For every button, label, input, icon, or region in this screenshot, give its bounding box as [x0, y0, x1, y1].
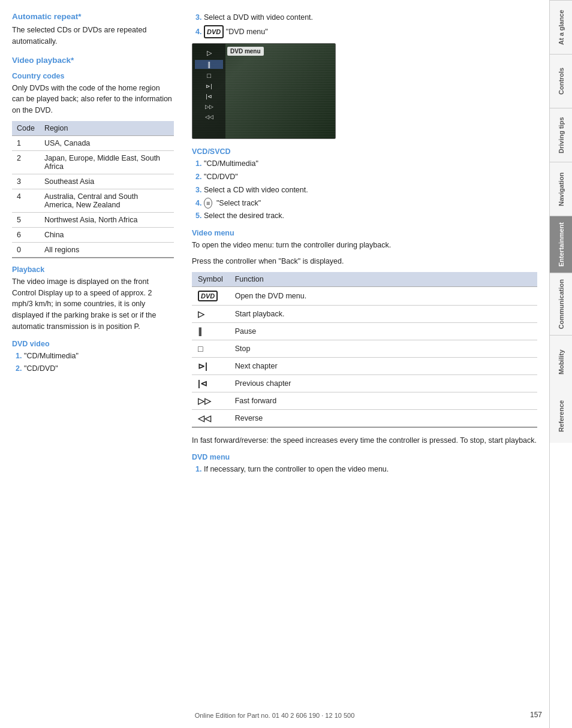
symbol-cell: ▷	[192, 305, 229, 322]
function-cell: Next chapter	[229, 357, 537, 374]
table-row: ◁◁Reverse	[192, 409, 537, 427]
country-codes-table: Code Region 1USA, Canada2Japan, Europe, …	[12, 121, 174, 258]
region-cell: Southeast Asia	[40, 174, 174, 189]
list-item: Select a CD with video content.	[204, 185, 537, 196]
list-item: DVD "DVD menu"	[204, 25, 537, 39]
dvd-menu-heading: DVD menu	[192, 453, 537, 461]
list-item: Select the desired track.	[204, 210, 537, 222]
table-row: ▷▷Fast forward	[192, 392, 537, 409]
symbol-cell: ▷▷	[192, 392, 229, 409]
dvd-video-steps-cont: Select a DVD with video content.DVD "DVD…	[192, 12, 537, 38]
table-row: 3Southeast Asia	[12, 174, 174, 189]
table-row: 1USA, Canada	[12, 135, 174, 150]
country-codes-description: Only DVDs with the code of the home regi…	[12, 83, 174, 116]
table-row: ‖Pause	[192, 322, 537, 340]
page-wrapper: Automatic repeat* The selected CDs or DV…	[0, 0, 572, 728]
menu-icon-pause: ‖	[195, 60, 223, 69]
automatic-repeat-text: The selected CDs or DVDs are repeated au…	[12, 25, 174, 47]
menu-icon-ff: ▷▷	[195, 103, 223, 111]
list-item: "CD/Multimedia"	[204, 158, 537, 170]
sidebar-tab-communication[interactable]: Communication	[550, 273, 572, 335]
table-row: DVDOpen the DVD menu.	[192, 286, 537, 305]
function-cell: Reverse	[229, 409, 537, 427]
footer-text: Online Edition for Part no. 01 40 2 606 …	[195, 712, 355, 719]
footer: Online Edition for Part no. 01 40 2 606 …	[0, 712, 549, 719]
menu-icon-play: ▷	[195, 49, 223, 58]
menu-icon-rev: ◁◁	[195, 113, 223, 121]
fast-forward-note: In fast forward/reverse: the speed incre…	[192, 435, 537, 446]
sidebar-tab-driving-tips[interactable]: Driving tips	[550, 108, 572, 162]
sidebar-tab-navigation[interactable]: Navigation	[550, 162, 572, 216]
table-row: 4Australia, Central and South America, N…	[12, 189, 174, 212]
code-cell: 1	[12, 135, 40, 150]
video-menu-table: Symbol Function DVDOpen the DVD menu.▷St…	[192, 272, 537, 428]
video-menu-desc1: To open the video menu: turn the control…	[192, 240, 537, 251]
function-cell: Fast forward	[229, 392, 537, 409]
list-item: "CD/Multimedia"	[24, 351, 174, 362]
function-cell: Stop	[229, 340, 537, 357]
code-cell: 6	[12, 227, 40, 242]
function-cell: Pause	[229, 322, 537, 340]
code-cell: 0	[12, 242, 40, 258]
sidebar-tab-entertainment[interactable]: Entertainment	[550, 216, 572, 273]
menu-icon-stop: □	[195, 71, 223, 80]
col-header-code: Code	[12, 121, 40, 136]
sidebar-tab-mobility[interactable]: Mobility	[550, 335, 572, 389]
region-cell: All regions	[40, 242, 174, 258]
dvd-menu-image: ▷ ‖ □ ⊳| |⊲ ▷▷ ◁◁ DVD menu	[192, 43, 336, 139]
dvd-video-steps: "CD/Multimedia""CD/DVD"	[12, 351, 174, 375]
playback-heading: Playback	[12, 265, 174, 274]
menu-left-panel: ▷ ‖ □ ⊳| |⊲ ▷▷ ◁◁	[192, 44, 225, 138]
country-codes-heading: Country codes	[12, 72, 174, 80]
function-cell: Start playback.	[229, 305, 537, 322]
symbol-cell: ⊳|	[192, 357, 229, 374]
list-item: "CD/DVD"	[204, 171, 537, 183]
right-column: Select a DVD with video content.DVD "DVD…	[186, 12, 537, 710]
table-row: |⊲Previous chapter	[192, 374, 537, 392]
vcd-svcd-steps: "CD/Multimedia""CD/DVD"Select a CD with …	[192, 158, 537, 222]
col-header-region: Region	[40, 121, 174, 136]
sidebar-tab-reference[interactable]: Reference	[550, 389, 572, 443]
table-row: 2Japan, Europe, Middle East, South Afric…	[12, 150, 174, 174]
symbol-cell: □	[192, 340, 229, 357]
region-cell: Japan, Europe, Middle East, South Africa	[40, 150, 174, 174]
col-header-function: Function	[229, 272, 537, 287]
dvd-video-heading: DVD video	[12, 340, 174, 348]
video-menu-heading: Video menu	[192, 229, 537, 237]
menu-icon-next: ⊳|	[195, 83, 223, 90]
region-cell: USA, Canada	[40, 135, 174, 150]
region-cell: Northwest Asia, North Africa	[40, 212, 174, 227]
playback-text: The video image is displayed on the fron…	[12, 276, 174, 333]
code-cell: 4	[12, 189, 40, 212]
video-menu-desc2: Press the controller when "Back" is disp…	[192, 256, 537, 267]
symbol-cell: |⊲	[192, 374, 229, 392]
left-column: Automatic repeat* The selected CDs or DV…	[12, 12, 186, 710]
region-cell: China	[40, 227, 174, 242]
list-item: Select a DVD with video content.	[204, 12, 537, 23]
symbol-cell: ‖	[192, 322, 229, 340]
list-item: ≡ "Select track"	[204, 198, 537, 209]
table-row: □Stop	[192, 340, 537, 357]
function-cell: Previous chapter	[229, 374, 537, 392]
list-item: "CD/DVD"	[24, 363, 174, 374]
function-cell: Open the DVD menu.	[229, 286, 537, 305]
table-row: ▷Start playback.	[192, 305, 537, 322]
main-content: Automatic repeat* The selected CDs or DV…	[0, 0, 549, 728]
menu-icon-prev: |⊲	[195, 93, 223, 101]
symbol-cell: ◁◁	[192, 409, 229, 427]
video-playback-heading: Video playback*	[12, 56, 174, 65]
code-cell: 5	[12, 212, 40, 227]
code-cell: 2	[12, 150, 40, 174]
table-row: ⊳|Next chapter	[192, 357, 537, 374]
select-track-icon: ≡	[204, 198, 212, 209]
sidebar-tab-controls[interactable]: Controls	[550, 54, 572, 108]
code-cell: 3	[12, 174, 40, 189]
table-row: 6China	[12, 227, 174, 242]
col-header-symbol: Symbol	[192, 272, 229, 287]
table-row: 0All regions	[12, 242, 174, 258]
table-row: 5Northwest Asia, North Africa	[12, 212, 174, 227]
dvd-menu-label: DVD menu	[227, 47, 264, 56]
region-cell: Australia, Central and South America, Ne…	[40, 189, 174, 212]
dvd-logo-icon: DVD	[198, 291, 218, 301]
sidebar-tab-at-a-glance[interactable]: At a glance	[550, 0, 572, 54]
